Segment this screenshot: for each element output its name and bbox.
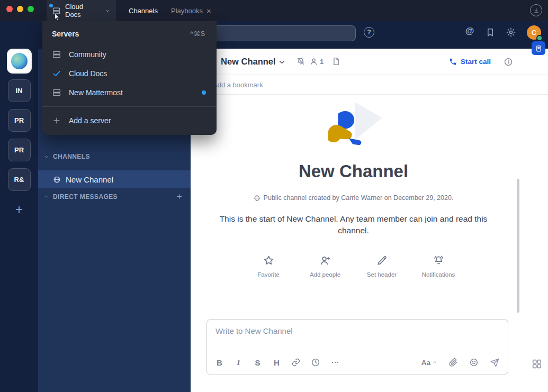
server-icon bbox=[52, 88, 61, 97]
channel-intro-title: New Channel bbox=[191, 161, 516, 181]
format-toggle-button[interactable]: Aa bbox=[421, 359, 437, 367]
app-window: Cloud Docs Channels Playbooks × ? @ C bbox=[0, 0, 548, 392]
chevron-icon bbox=[43, 194, 49, 199]
help-icon[interactable]: ? bbox=[364, 27, 374, 38]
server-name-label: Cloud Docs bbox=[65, 3, 99, 19]
scrollbar[interactable] bbox=[517, 179, 519, 313]
notifications-label: Notifications bbox=[422, 271, 455, 278]
channel-intro-actions: Favorite Add people Set header bbox=[191, 254, 516, 278]
start-call-label: Start call bbox=[461, 58, 491, 66]
globe-icon bbox=[53, 176, 61, 184]
team-item-pr2[interactable]: PR bbox=[8, 139, 31, 161]
team-initials: PR bbox=[14, 116, 24, 124]
server-item-label: New Mattermost bbox=[69, 88, 123, 97]
italic-icon[interactable]: I bbox=[234, 358, 243, 367]
download-update-icon[interactable] bbox=[530, 4, 542, 16]
channel-item-new-channel[interactable]: New Channel bbox=[38, 170, 191, 188]
add-server-button[interactable]: Add a server bbox=[42, 111, 217, 130]
main-content: New Channel 1 Start call bbox=[191, 49, 548, 392]
close-window-button[interactable] bbox=[6, 6, 13, 12]
saved-posts-icon[interactable] bbox=[485, 27, 496, 38]
unread-dot bbox=[202, 90, 206, 95]
mentions-icon[interactable]: @ bbox=[464, 26, 475, 37]
server-item-community[interactable]: Community bbox=[42, 45, 217, 64]
clipboard-panel-icon[interactable] bbox=[532, 41, 545, 55]
server-icon bbox=[52, 50, 61, 59]
channel-intro-description: This is the start of New Channel. Any te… bbox=[205, 213, 502, 237]
team-item-pr1[interactable]: PR bbox=[8, 109, 31, 132]
channel-files-icon[interactable] bbox=[331, 57, 341, 66]
channel-members-button[interactable]: 1 bbox=[309, 49, 324, 75]
avatar[interactable]: C bbox=[527, 25, 541, 40]
pencil-icon bbox=[376, 254, 388, 267]
team-initials: R& bbox=[14, 176, 24, 184]
channels-category-label: CHANNELS bbox=[53, 153, 90, 160]
chevron-down-icon bbox=[277, 58, 286, 67]
close-tab-icon[interactable]: × bbox=[206, 7, 211, 15]
direct-messages-category-header[interactable]: DIRECT MESSAGES bbox=[43, 193, 183, 200]
team-avatar-globe bbox=[11, 53, 28, 69]
bold-icon[interactable]: B bbox=[215, 358, 224, 367]
team-initials: IN bbox=[16, 87, 23, 95]
set-header-button[interactable]: Set header bbox=[357, 254, 407, 278]
add-direct-message-icon[interactable] bbox=[175, 193, 183, 200]
apps-grid-icon[interactable] bbox=[531, 358, 543, 370]
emoji-icon[interactable] bbox=[469, 358, 479, 367]
tab-channels[interactable]: Channels bbox=[129, 0, 158, 21]
team-item-in[interactable]: IN bbox=[8, 79, 31, 102]
strikethrough-icon[interactable]: S bbox=[253, 358, 262, 367]
chevron-up-icon bbox=[432, 360, 437, 365]
channel-title-label: New Channel bbox=[221, 57, 276, 67]
servers-menu-title: Servers bbox=[52, 30, 79, 38]
send-icon[interactable] bbox=[490, 358, 500, 368]
add-people-label: Add people bbox=[310, 271, 340, 278]
muted-bell-icon[interactable] bbox=[296, 57, 306, 66]
favorite-label: Favorite bbox=[257, 271, 280, 278]
bell-icon bbox=[433, 254, 445, 267]
channel-intro-illustration bbox=[314, 100, 393, 154]
composer-toolbar: B I S H Aa bbox=[215, 354, 500, 370]
channel-intro-byline: Public channel created by Carrie Warner … bbox=[191, 194, 516, 202]
add-people-button[interactable]: Add people bbox=[301, 254, 350, 278]
online-status-badge bbox=[536, 35, 543, 41]
channel-title-dropdown[interactable]: New Channel bbox=[221, 49, 286, 75]
add-bookmark-button[interactable]: Add a bookmark bbox=[213, 81, 263, 89]
minimize-window-button[interactable] bbox=[17, 6, 23, 12]
unread-dot bbox=[49, 4, 53, 7]
server-item-cloud-docs[interactable]: Cloud Docs bbox=[42, 64, 217, 83]
window-titlebar: Cloud Docs Channels Playbooks × bbox=[0, 0, 548, 21]
format-toggle-label: Aa bbox=[421, 359, 430, 367]
team-item-r[interactable]: R& bbox=[8, 168, 31, 191]
settings-gear-icon[interactable] bbox=[506, 27, 516, 38]
star-icon bbox=[263, 254, 275, 267]
avatar-initial: C bbox=[532, 29, 536, 37]
channel-header: New Channel 1 Start call bbox=[191, 49, 548, 75]
tab-playbooks[interactable]: Playbooks × bbox=[171, 0, 211, 21]
menu-divider bbox=[42, 106, 217, 107]
bookmarks-bar: Add a bookmark bbox=[191, 75, 548, 95]
add-team-button[interactable]: + bbox=[8, 198, 31, 221]
start-call-button[interactable]: Start call bbox=[449, 58, 491, 66]
servers-menu-header: Servers ^⌘S bbox=[42, 21, 217, 45]
channel-name-label: New Channel bbox=[66, 175, 113, 184]
message-composer: B I S H Aa bbox=[206, 319, 508, 375]
heading-icon[interactable]: H bbox=[272, 358, 281, 367]
message-input[interactable] bbox=[207, 320, 508, 343]
server-item-new-mattermost[interactable]: New Mattermost bbox=[42, 83, 217, 102]
clock-icon[interactable] bbox=[311, 358, 320, 367]
channels-category-header[interactable]: CHANNELS bbox=[43, 153, 90, 160]
servers-dropdown-menu: Servers ^⌘S Community Cloud Docs New Mat… bbox=[42, 21, 217, 135]
notifications-button[interactable]: Notifications bbox=[414, 254, 463, 278]
dm-category-label: DIRECT MESSAGES bbox=[53, 193, 118, 200]
more-formatting-icon[interactable] bbox=[330, 358, 340, 367]
link-icon[interactable] bbox=[291, 358, 301, 367]
favorite-button[interactable]: Favorite bbox=[244, 254, 293, 278]
team-item-active[interactable] bbox=[8, 50, 31, 72]
team-sidebar: IN PR PR R& + bbox=[0, 49, 38, 392]
attachment-paperclip-icon[interactable] bbox=[448, 358, 458, 367]
channel-info-icon[interactable] bbox=[504, 57, 513, 67]
zoom-window-button[interactable] bbox=[28, 6, 34, 12]
team-initials: PR bbox=[14, 146, 24, 154]
composer-toolbar-right: Aa bbox=[421, 358, 500, 368]
channel-intro: New Channel Public channel created by Ca… bbox=[191, 100, 516, 278]
